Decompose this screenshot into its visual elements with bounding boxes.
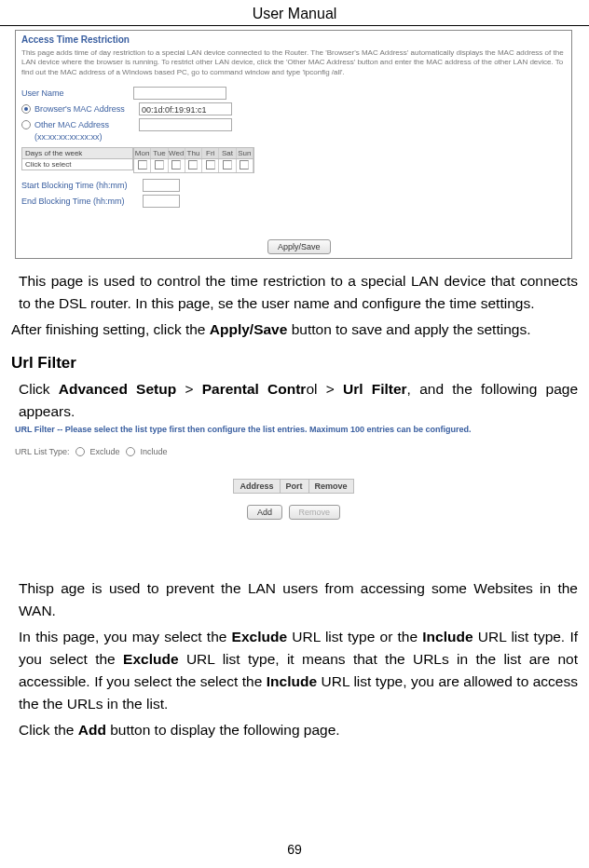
para3-e: ol > <box>306 381 343 397</box>
check-wed[interactable] <box>171 160 181 170</box>
day-mon: Mon <box>134 148 151 158</box>
para6-a: Click the <box>19 722 78 738</box>
other-mac-label: Other MAC Address <box>34 120 139 129</box>
exclude-radio[interactable] <box>75 447 85 456</box>
username-input[interactable] <box>133 87 226 100</box>
para6-b: Add <box>78 722 106 738</box>
paragraph-3: Click Advanced Setup > Parental Control … <box>15 378 578 423</box>
para5-b: Exclude <box>232 629 287 644</box>
check-sat[interactable] <box>223 160 232 170</box>
s1-title: Access Time Restriction <box>21 34 566 45</box>
browser-mac-radio[interactable] <box>21 104 31 114</box>
check-thu[interactable] <box>188 160 198 170</box>
days-header: Mon Tue Wed Thu Fri Sat Sun <box>133 147 254 159</box>
check-mon[interactable] <box>138 160 147 170</box>
page-header: User Manual <box>0 0 589 26</box>
day-sun: Sun <box>237 148 253 158</box>
access-time-restriction-screenshot: Access Time Restriction This page adds t… <box>15 30 572 259</box>
browser-mac-label: Browser's MAC Address <box>34 104 139 114</box>
para3-a: Click <box>19 381 59 397</box>
days-checkboxes <box>133 159 254 173</box>
paragraph-5: In this page, you may select the Exclude… <box>15 626 578 715</box>
th-remove: Remove <box>308 480 353 494</box>
end-time-label: End Blocking Time (hh:mm) <box>21 197 143 206</box>
para3-d: Parental Contr <box>202 381 307 397</box>
para5-d: Include <box>422 629 473 644</box>
th-port: Port <box>280 480 308 494</box>
end-time-input[interactable] <box>143 195 180 208</box>
para5-c: URL list type or the <box>287 629 422 644</box>
para3-f: Url Filter <box>343 381 407 397</box>
url-filter-heading: Url Filter <box>11 354 578 373</box>
click-select-label: Click to select <box>21 159 133 170</box>
list-type-label: URL List Type: <box>15 447 70 456</box>
url-filter-screenshot: URL Filter -- Please select the list typ… <box>15 425 572 566</box>
para6-c: button to display the following page. <box>106 722 340 738</box>
url-list-type-row: URL List Type: Exclude Include <box>15 447 572 456</box>
url-filter-table: Address Port Remove <box>233 479 353 494</box>
include-label: Include <box>141 447 168 456</box>
content-area: Access Time Restriction This page adds t… <box>0 30 589 741</box>
other-mac-input[interactable] <box>139 118 232 131</box>
apply-save-button[interactable]: Apply/Save <box>267 239 331 254</box>
day-thu: Thu <box>185 148 202 158</box>
remove-button[interactable]: Remove <box>289 505 341 520</box>
day-tue: Tue <box>151 148 168 158</box>
para3-b: Advanced Setup <box>59 381 176 397</box>
check-tue[interactable] <box>155 160 164 170</box>
para5-a: In this page, you may select the <box>19 629 232 644</box>
start-time-label: Start Blocking Time (hh:mm) <box>21 181 143 190</box>
add-button[interactable]: Add <box>247 505 282 520</box>
include-radio[interactable] <box>126 447 135 456</box>
other-mac-radio[interactable] <box>21 120 31 129</box>
s1-description: This page adds time of day restriction t… <box>21 48 566 77</box>
paragraph-4: Thisp age is used to prevent the LAN use… <box>15 577 578 622</box>
check-sun[interactable] <box>240 160 249 170</box>
browser-mac-input[interactable]: 00:1d:0f:19:91:c1 <box>139 102 232 115</box>
paragraph-2: After finishing setting, click the Apply… <box>11 319 578 341</box>
para2-bold: Apply/Save <box>210 321 288 337</box>
para2-part-c: button to save and apply the settings. <box>287 321 530 337</box>
s2-button-row: Add Remove <box>15 505 572 520</box>
day-fri: Fri <box>202 148 219 158</box>
para5-f: Exclude <box>123 651 178 667</box>
page-number: 69 <box>0 842 589 857</box>
th-address: Address <box>234 480 280 494</box>
day-sat: Sat <box>219 148 236 158</box>
s2-title: URL Filter -- Please select the list typ… <box>15 425 572 434</box>
para5-h: Include <box>267 673 317 689</box>
day-wed: Wed <box>169 148 185 158</box>
start-time-input[interactable] <box>143 179 180 192</box>
paragraph-6: Click the Add button to display the foll… <box>15 719 578 741</box>
other-mac-hint: (xx:xx:xx:xx:xx:xx) <box>34 132 103 142</box>
exclude-label: Exclude <box>90 447 120 456</box>
para2-part-a: After finishing setting, click the <box>11 321 210 337</box>
paragraph-1: This page is used to control the time re… <box>15 270 578 315</box>
days-label: Days of the week <box>21 147 133 159</box>
username-label: User Name <box>21 88 133 98</box>
para3-c: > <box>176 381 202 397</box>
check-fri[interactable] <box>206 160 215 170</box>
